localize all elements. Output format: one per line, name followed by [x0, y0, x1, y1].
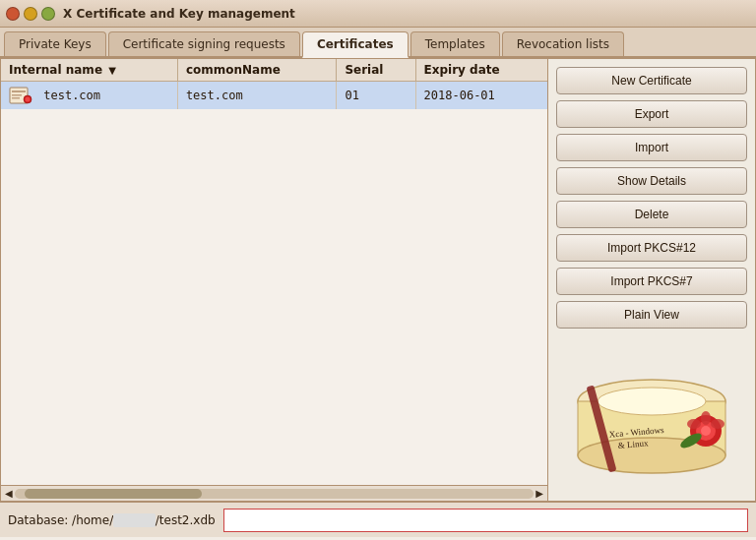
cell-common-name: test.com [177, 82, 337, 110]
tab-revocation[interactable]: Revocation lists [502, 31, 624, 56]
col-serial[interactable]: Serial [337, 59, 415, 82]
col-expiry[interactable]: Expiry date [415, 59, 547, 82]
scrollbar-track[interactable] [15, 489, 535, 499]
scroll-left-arrow[interactable]: ◀ [3, 488, 15, 499]
tab-templates[interactable]: Templates [410, 31, 500, 56]
svg-point-5 [26, 97, 31, 102]
minimize-button[interactable] [24, 7, 37, 21]
certificates-table: Internal name ▼ commonName Serial Expiry… [1, 59, 547, 109]
col-common-name[interactable]: commonName [177, 59, 337, 82]
certificate-icon [9, 86, 32, 105]
horizontal-scrollbar[interactable]: ◀ ▶ [1, 485, 547, 501]
table-header-row: Internal name ▼ commonName Serial Expiry… [1, 59, 547, 82]
tab-certificates[interactable]: Certificates [302, 31, 409, 58]
sort-arrow-icon: ▼ [108, 65, 116, 76]
svg-point-12 [701, 426, 711, 436]
table-scroll-area[interactable]: Internal name ▼ commonName Serial Expiry… [1, 59, 547, 485]
tab-csr[interactable]: Certificate signing requests [108, 31, 300, 56]
close-button[interactable] [6, 7, 20, 21]
export-button[interactable]: Export [556, 100, 747, 128]
left-panel: Internal name ▼ commonName Serial Expiry… [1, 59, 548, 501]
tab-private-keys[interactable]: Private Keys [4, 31, 106, 56]
scrollbar-thumb[interactable] [25, 489, 202, 499]
scroll-right-arrow[interactable]: ▶ [534, 488, 545, 499]
title-bar: X Certificate and Key management [0, 0, 756, 28]
col-internal-name[interactable]: Internal name ▼ [1, 59, 177, 82]
new-certificate-button[interactable]: New Certificate [556, 67, 747, 94]
status-input[interactable] [223, 509, 748, 532]
main-content: Internal name ▼ commonName Serial Expiry… [0, 58, 756, 502]
window-controls[interactable] [6, 7, 55, 21]
maximize-button[interactable] [41, 7, 55, 21]
status-bar: Database: /home/ /test2.xdb [0, 502, 756, 537]
show-details-button[interactable]: Show Details [556, 167, 747, 195]
blurred-path [113, 513, 156, 527]
svg-point-15 [701, 411, 711, 425]
database-label: Database: /home/ /test2.xdb [8, 513, 216, 527]
import-pkcs12-button[interactable]: Import PKCS#12 [556, 234, 747, 262]
cell-internal-name: test.com [1, 82, 177, 110]
svg-rect-3 [12, 97, 20, 99]
table-row[interactable]: test.com test.com 01 2018-06-01 [1, 82, 547, 110]
cell-serial: 01 [337, 82, 415, 110]
import-button[interactable]: Import [556, 134, 747, 161]
plain-view-button[interactable]: Plain View [556, 301, 747, 329]
svg-point-14 [711, 419, 724, 429]
delete-button[interactable]: Delete [556, 201, 747, 228]
window-title: X Certificate and Key management [63, 7, 295, 21]
svg-point-9 [598, 388, 706, 415]
import-pkcs7-button[interactable]: Import PKCS#7 [556, 268, 747, 295]
svg-rect-1 [12, 90, 26, 92]
tab-bar: Private Keys Certificate signing request… [0, 28, 756, 58]
svg-point-13 [687, 419, 701, 429]
cell-expiry: 2018-06-01 [415, 82, 547, 110]
svg-rect-2 [12, 94, 22, 96]
right-panel: New Certificate Export Import Show Detai… [548, 59, 755, 501]
certificate-scroll-icon: Xca - Windows & Linux [568, 367, 735, 485]
certificate-illustration-area: Xca - Windows & Linux [556, 334, 747, 493]
